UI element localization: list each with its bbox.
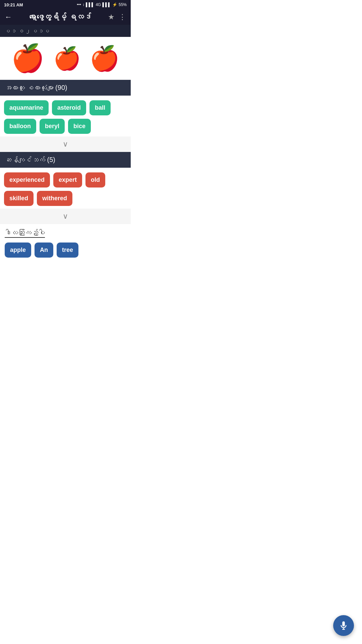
apple-icons-section: 🍎 🍎 🍎 — [0, 37, 131, 80]
network-type: 4G — [96, 2, 101, 7]
header-actions: ★ ⋮ — [108, 13, 126, 21]
sub-header-nav: ပ ၁ ဝ ၂ ပ ၁ပ — [0, 25, 131, 37]
chevron-down-icon: ∨ — [63, 140, 68, 149]
example-section: ဒါလည်းကြည့်ပါ apple An tree — [0, 224, 131, 264]
tag-aquamarine[interactable]: aquamarine — [4, 100, 49, 115]
tag-asteroid[interactable]: asteroid — [52, 100, 86, 115]
related-words-header: အလားတူ စကားလုံးများ (90) — [0, 80, 131, 96]
more-options-button[interactable]: ⋮ — [119, 13, 126, 21]
synonyms-tags: experienced expert old skilled withered — [0, 168, 131, 209]
tag-bice[interactable]: bice — [68, 119, 91, 134]
apple-icon-2: 🍎 — [53, 47, 81, 69]
tag-ball[interactable]: ball — [89, 100, 111, 115]
apple-icon-1: 🍎 — [11, 45, 45, 72]
back-button[interactable]: ← — [5, 13, 12, 21]
example-tags: apple An tree — [5, 243, 126, 262]
network-icon: ↕ — [82, 2, 84, 7]
synonyms-expand[interactable]: ∨ — [0, 209, 131, 224]
page-title: ရှာဖွေတွေ့ရိမ့် ရလဒ် — [15, 13, 105, 21]
tag-experienced[interactable]: experienced — [4, 172, 50, 187]
signal-bars2: ▌▌▌ — [102, 2, 111, 7]
signal-dots: ••• — [77, 2, 81, 7]
sub-header-text: ပ ၁ ဝ ၂ ပ ၁ပ — [5, 28, 49, 34]
related-words-tags: aquamarine asteroid ball balloon beryl b… — [0, 96, 131, 137]
tag-apple[interactable]: apple — [5, 243, 31, 258]
battery-level: 55% — [119, 2, 127, 7]
status-bar: 10:21 AM ••• ↕ ▌▌▌ 4G ▌▌▌ ⚡ 55% — [0, 0, 131, 9]
related-words-title: အလားတူ စကားလုံးများ (90) — [5, 84, 67, 91]
tag-beryl[interactable]: beryl — [40, 119, 65, 134]
chevron-down-icon-2: ∨ — [63, 212, 68, 221]
tag-old[interactable]: old — [85, 172, 105, 187]
synonyms-title: ဆန့်ကျင်ဘက် (5) — [5, 156, 55, 163]
bookmark-star-button[interactable]: ★ — [108, 13, 115, 21]
apple-icon-3: 🍎 — [89, 46, 120, 70]
synonyms-header: ဆန့်ကျင်ဘက် (5) — [0, 152, 131, 168]
tag-withered[interactable]: withered — [37, 191, 72, 206]
status-icons: ••• ↕ ▌▌▌ 4G ▌▌▌ ⚡ 55% — [77, 2, 127, 7]
charge-icon: ⚡ — [112, 2, 117, 7]
header: ← ရှာဖွေတွေ့ရိမ့် ရလဒ် ★ ⋮ — [0, 9, 131, 25]
related-words-expand[interactable]: ∨ — [0, 137, 131, 152]
tag-tree[interactable]: tree — [57, 243, 78, 258]
status-time: 10:21 AM — [4, 2, 23, 7]
example-section-title: ဒါလည်းကြည့်ပါ — [5, 229, 45, 238]
tag-skilled[interactable]: skilled — [4, 191, 34, 206]
tag-expert[interactable]: expert — [53, 172, 82, 187]
signal-bars: ▌▌▌ — [86, 2, 95, 7]
tag-balloon[interactable]: balloon — [4, 119, 36, 134]
tag-an[interactable]: An — [35, 243, 53, 258]
